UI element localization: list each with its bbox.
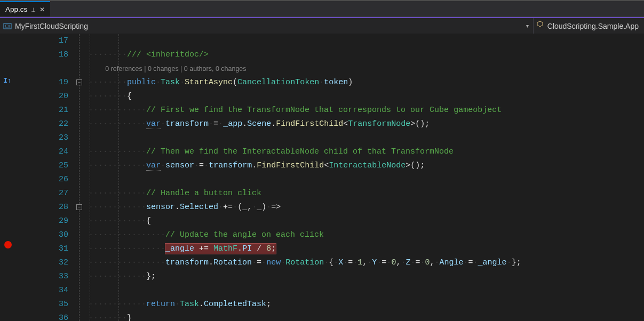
codelens-row xyxy=(21,62,68,76)
code-line[interactable]: ············var·sensor·=·transform.FindF… xyxy=(89,159,644,173)
number: 1 xyxy=(357,258,362,267)
fold-toggle-icon[interactable]: − xyxy=(76,79,82,85)
method: StartAsync xyxy=(185,78,233,87)
line-number: 18 xyxy=(21,48,68,62)
code-line[interactable]: ············// First we find the Transfo… xyxy=(89,103,644,117)
property: CompletedTask xyxy=(204,300,266,309)
line-number: 34 xyxy=(21,284,68,298)
nav-scope-dropdown[interactable]: C# MyFirstCloudScripting xyxy=(0,22,522,30)
type: MathF xyxy=(213,244,237,253)
code-line[interactable]: ············var·transform·=·_app.Scene.F… xyxy=(89,117,644,131)
code-line[interactable] xyxy=(89,34,644,48)
nav-scope-label: MyFirstCloudScripting xyxy=(15,22,88,30)
line-number: 36 xyxy=(21,311,68,321)
line-number: 21 xyxy=(21,103,68,117)
line-number: 25 xyxy=(21,159,68,173)
code-line-breakpoint[interactable]: ················_angle += MathF.PI / 8; xyxy=(89,242,644,256)
line-number: 27 xyxy=(21,187,68,200)
xml-doc-comment: /// xyxy=(127,50,146,59)
method: FindFirstChild xyxy=(257,161,324,170)
local-var: sensor xyxy=(165,161,194,170)
local-var: transform xyxy=(165,119,209,129)
field: _app xyxy=(223,119,242,129)
number: 0 xyxy=(425,258,430,267)
line-number: 30 xyxy=(21,228,68,242)
property: Angle xyxy=(440,258,464,267)
type: TransformNode xyxy=(348,119,410,129)
navigation-bar: C# MyFirstCloudScripting ▾ CloudScriptin… xyxy=(0,18,644,34)
line-number: 24 xyxy=(21,145,68,159)
property: PI xyxy=(242,244,252,253)
fold-toggle-icon[interactable]: − xyxy=(76,204,82,210)
fold-margin[interactable]: − − xyxy=(76,34,86,321)
close-icon[interactable]: ✕ xyxy=(39,6,45,13)
code-line[interactable] xyxy=(89,131,644,145)
tab-bar: App.cs ⟂ ✕ xyxy=(0,1,644,17)
tab-title: App.cs xyxy=(5,5,27,13)
type: Task xyxy=(161,78,180,87)
csharp-project-icon: C# xyxy=(3,22,12,30)
code-line[interactable]: ········{ xyxy=(89,90,644,103)
comment: // Then we find the InteractableNode chi… xyxy=(146,147,454,156)
local-var: transform xyxy=(209,161,252,170)
method: FindFirstChild xyxy=(276,119,343,129)
class-icon xyxy=(536,21,544,31)
code-line[interactable]: ············{ xyxy=(89,214,644,228)
code-line[interactable]: ············// Handle a button click xyxy=(89,187,644,200)
tracking-change-icon: I↑ xyxy=(3,77,12,85)
code-line[interactable]: ············return·Task.CompletedTask; xyxy=(89,298,644,311)
nav-member-label: CloudScripting.Sample.App xyxy=(547,22,639,30)
event: Selected xyxy=(180,203,218,212)
property: X xyxy=(338,258,343,267)
keyword: var xyxy=(146,119,161,129)
code-line[interactable]: ············}; xyxy=(89,270,644,284)
codelens[interactable]: 0 references | 0 changes | 0 authors, 0 … xyxy=(89,62,644,76)
code-line[interactable]: ········} xyxy=(89,311,644,321)
local-var: sensor xyxy=(146,203,175,212)
type: InteractableNode xyxy=(329,161,406,170)
breakpoint-margin[interactable]: I↑ xyxy=(0,34,21,321)
line-number: 33 xyxy=(21,270,68,284)
codelens-text[interactable]: 0 references | 0 changes | 0 authors, 0 … xyxy=(105,65,246,73)
type: Task xyxy=(180,300,199,309)
line-number: 28 xyxy=(21,200,68,214)
line-number: 26 xyxy=(21,173,68,187)
document-tab[interactable]: App.cs ⟂ ✕ xyxy=(0,1,50,17)
property: Scene xyxy=(247,119,271,129)
local-var: transform xyxy=(165,258,209,267)
field: _angle xyxy=(165,244,194,253)
number: 8 xyxy=(266,244,271,253)
line-number: 35 xyxy=(21,298,68,311)
code-line[interactable]: ················transform.Rotation·=·new… xyxy=(89,256,644,270)
breakpoint-icon[interactable] xyxy=(4,241,12,248)
code-line[interactable] xyxy=(89,284,644,298)
fold-guide-line xyxy=(79,34,79,321)
property: Rotation xyxy=(213,258,252,267)
line-number: 32 xyxy=(21,256,68,270)
line-number: 29 xyxy=(21,214,68,228)
pin-icon[interactable]: ⟂ xyxy=(31,6,35,13)
line-number: 17 xyxy=(21,34,68,48)
type: Rotation xyxy=(285,258,324,267)
property: Y xyxy=(372,258,377,267)
code-line[interactable]: ················// Update the angle on e… xyxy=(89,228,644,242)
svg-text:C#: C# xyxy=(5,24,10,29)
parameter: token xyxy=(324,78,348,87)
keyword: return xyxy=(146,300,175,309)
nav-member-dropdown[interactable]: CloudScripting.Sample.App xyxy=(533,18,644,34)
type: CancellationToken xyxy=(237,78,319,87)
keyword: new xyxy=(266,258,281,267)
chevron-down-icon[interactable]: ▾ xyxy=(522,23,533,29)
comment: // Handle a button click xyxy=(146,189,261,198)
code-line[interactable] xyxy=(89,173,644,187)
code-line[interactable]: ········public·Task·StartAsync(Cancellat… xyxy=(89,76,644,90)
code-editor[interactable]: I↑ 17 18 19 20 21 22 23 24 25 26 27 28 2… xyxy=(0,34,644,321)
code-area[interactable]: ········/// <inheritdoc/> 0 references |… xyxy=(86,34,644,321)
code-line[interactable]: ········/// <inheritdoc/> xyxy=(89,48,644,62)
line-number-gutter: 17 18 19 20 21 22 23 24 25 26 27 28 29 3… xyxy=(21,34,76,321)
code-line[interactable]: ············// Then we find the Interact… xyxy=(89,145,644,159)
code-line[interactable]: ············sensor.Selected·+=·(_,·_)·=> xyxy=(89,200,644,214)
line-number: 22 xyxy=(21,117,68,131)
comment: // Update the angle on each click xyxy=(165,230,324,239)
keyword: public xyxy=(127,78,156,87)
